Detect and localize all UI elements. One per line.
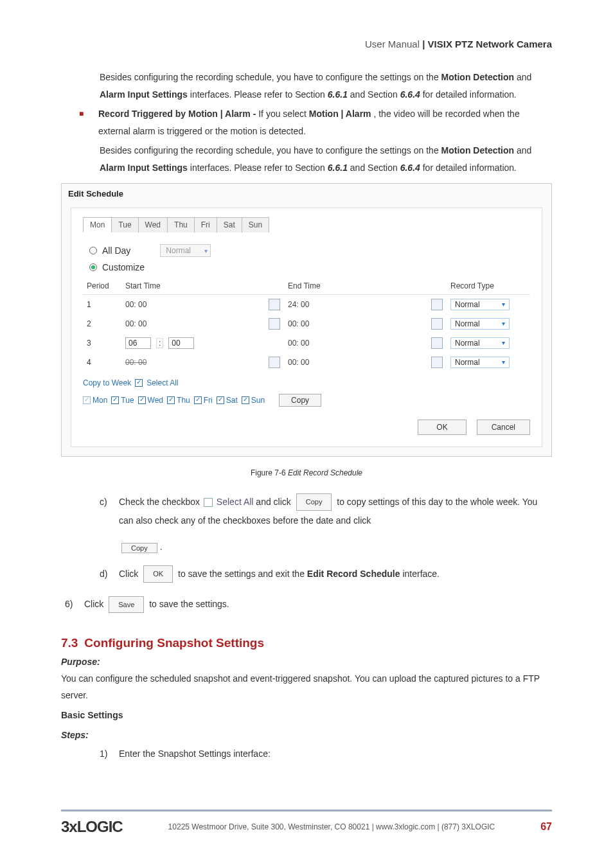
col-period: Period <box>83 281 121 290</box>
chevron-down-icon: ▾ <box>204 247 208 254</box>
figure-caption: Figure 7-6 Edit Record Schedule <box>61 468 552 477</box>
select-all-label: Select All <box>147 378 178 387</box>
calendar-icon[interactable] <box>431 318 443 330</box>
select-record-type[interactable]: Normal▾ <box>450 299 510 310</box>
tab-wed[interactable]: Wed <box>138 217 168 233</box>
tab-mon[interactable]: Mon <box>83 217 112 233</box>
paragraph-2: Besides configuring the recording schedu… <box>100 142 552 176</box>
checkbox-day-tue[interactable] <box>111 396 119 404</box>
purpose-label: Purpose: <box>61 657 552 667</box>
copy-button[interactable]: Copy <box>279 394 321 407</box>
label-all-day: All Day <box>102 245 130 256</box>
chevron-down-icon: ▾ <box>502 359 505 366</box>
steps-label: Steps: <box>61 730 552 740</box>
calendar-icon[interactable] <box>431 299 443 310</box>
calendar-icon[interactable] <box>431 357 443 368</box>
step-c: c) Check the checkbox Select All and cli… <box>100 493 552 531</box>
checkbox-day-thu[interactable] <box>167 396 175 404</box>
inline-checkbox-icon <box>204 498 213 507</box>
tab-fri[interactable]: Fri <box>194 217 217 233</box>
inline-copy-button: Copy <box>296 493 332 511</box>
page-header: User Manual | VISIX PTZ Network Camera <box>61 39 552 49</box>
col-rtype: Record Type <box>447 281 530 290</box>
select-record-mode[interactable]: Normal ▾ <box>160 244 211 257</box>
bullet-marker-icon: ■ <box>79 109 98 139</box>
logo-3xlogic: 3xLOGIC <box>61 818 123 836</box>
radio-all-day[interactable] <box>89 247 97 254</box>
header-bold: VISIX PTZ Network Camera <box>428 39 552 49</box>
table-row: 4 00: 00 00: 00 Normal▾ <box>83 353 530 372</box>
purpose-body: You can configure the scheduled snapshot… <box>61 671 552 703</box>
page-number: 67 <box>540 821 552 833</box>
checkbox-day-sun[interactable] <box>242 396 249 404</box>
col-start: Start Time <box>121 281 284 290</box>
inline-save-button: Save <box>109 596 144 613</box>
paragraph-1: Besides configuring the recording schedu… <box>100 69 552 103</box>
select-record-type[interactable]: Normal▾ <box>450 337 510 349</box>
days-row: Mon Tue Wed Thu Fri Sat Sun Copy <box>83 394 530 407</box>
header-thin: User Manual <box>365 39 420 49</box>
table-row: 1 00: 00 24: 00 Normal▾ <box>83 295 530 314</box>
chevron-down-icon: ▾ <box>502 320 505 327</box>
checkbox-select-all[interactable] <box>135 379 143 387</box>
tab-tue[interactable]: Tue <box>111 217 138 233</box>
checkbox-day-sat[interactable] <box>217 396 224 404</box>
edit-schedule-panel: Edit Schedule Mon Tue Wed Thu Fri Sat Su… <box>61 183 552 457</box>
tab-sat[interactable]: Sat <box>217 217 242 233</box>
label-customize: Customize <box>102 262 145 272</box>
calendar-icon[interactable] <box>269 299 280 310</box>
inline-copy-button-2: Copy <box>121 543 157 553</box>
calendar-icon[interactable] <box>269 318 280 330</box>
input-hour[interactable]: 06 <box>125 337 151 349</box>
checkbox-day-wed[interactable] <box>138 396 146 404</box>
tab-sun[interactable]: Sun <box>242 217 269 233</box>
page-footer: 3xLOGIC 10225 Westmoor Drive, Suite 300,… <box>61 810 552 836</box>
substep-1: 1) Enter the Snapshot Settings interface… <box>100 745 552 763</box>
radio-customize[interactable] <box>89 263 97 271</box>
step-6: 6) Click Save to save the settings. <box>65 595 552 613</box>
footer-address: 10225 Westmoor Drive, Suite 300, Westmin… <box>123 822 541 831</box>
header-sep: | <box>420 39 428 49</box>
calendar-icon[interactable] <box>269 357 280 368</box>
copy-to-week-label: Copy to Week <box>83 378 131 387</box>
checkbox-day-mon[interactable] <box>83 396 91 404</box>
select-record-type[interactable]: Normal▾ <box>450 357 510 368</box>
chevron-down-icon: ▾ <box>502 339 505 346</box>
chevron-down-icon: ▾ <box>502 301 505 308</box>
step-d: d) Click OK to save the settings and exi… <box>100 565 552 583</box>
basic-settings-heading: Basic Settings <box>61 707 552 723</box>
col-end: End Time <box>284 281 447 290</box>
bullet-record-triggered: ■ Record Triggered by Motion | Alarm - I… <box>61 105 552 139</box>
inline-copy-line: Copy. <box>119 542 552 553</box>
input-minute[interactable]: 00 <box>168 337 194 349</box>
ok-button[interactable]: OK <box>418 420 466 435</box>
cancel-button[interactable]: Cancel <box>477 420 530 435</box>
checkbox-day-fri[interactable] <box>194 396 202 404</box>
section-heading: 7.3 Configuring Snapshot Settings <box>61 636 552 650</box>
table-row: 3 06 : 00 00: 00 Normal▾ <box>83 333 530 353</box>
select-record-type[interactable]: Normal▾ <box>450 318 510 330</box>
edit-schedule-title: Edit Schedule <box>62 184 551 208</box>
schedule-grid: Period Start Time End Time Record Type 1… <box>83 278 530 372</box>
table-row: 2 00: 00 00: 00 Normal▾ <box>83 314 530 333</box>
day-tabs: Mon Tue Wed Thu Fri Sat Sun <box>83 217 530 233</box>
calendar-icon[interactable] <box>431 337 443 349</box>
tab-thu[interactable]: Thu <box>167 217 195 233</box>
inline-ok-button: OK <box>143 565 173 583</box>
